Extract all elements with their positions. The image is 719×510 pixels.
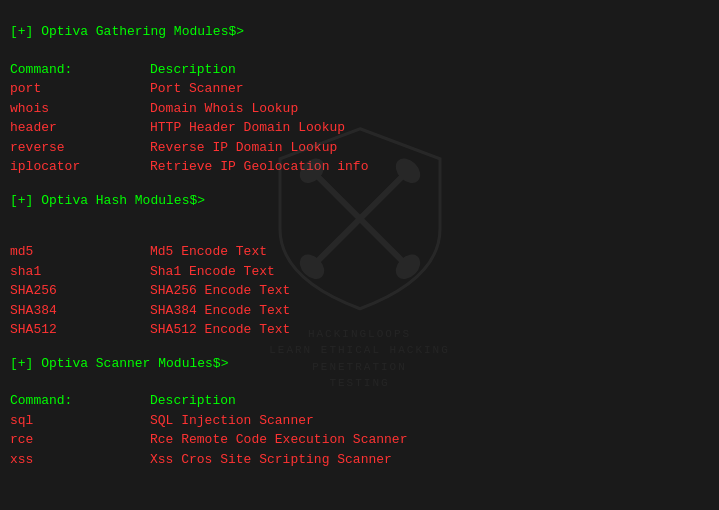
table-row: portPort Scanner <box>10 79 709 99</box>
scanner-col-headers: Command: Description <box>10 391 709 411</box>
cmd-desc: HTTP Header Domain Lookup <box>150 118 345 138</box>
cmd-name: iplocator <box>10 157 150 177</box>
table-row: SHA256SHA256 Encode Text <box>10 281 709 301</box>
table-row: xssXss Cros Site Scripting Scanner <box>10 450 709 470</box>
scanner-col-cmd: Command: <box>10 391 150 411</box>
cmd-name: md5 <box>10 242 150 262</box>
cmd-name: SHA256 <box>10 281 150 301</box>
cmd-name: header <box>10 118 150 138</box>
gathering-col-cmd: Command: <box>10 60 150 80</box>
cmd-desc: Rce Remote Code Execution Scanner <box>150 430 407 450</box>
cmd-name: whois <box>10 99 150 119</box>
table-row: sqlSQL Injection Scanner <box>10 411 709 431</box>
table-row: SHA384SHA384 Encode Text <box>10 301 709 321</box>
cmd-desc: SHA256 Encode Text <box>150 281 290 301</box>
cmd-name: xss <box>10 450 150 470</box>
cmd-desc: Retrieve IP Geolocation info <box>150 157 368 177</box>
table-row: rceRce Remote Code Execution Scanner <box>10 430 709 450</box>
terminal: HACKINGLOOPS LEARN ETHICAL HACKING PENET… <box>0 0 719 510</box>
cmd-name: sql <box>10 411 150 431</box>
cmd-name: rce <box>10 430 150 450</box>
table-row: md5Md5 Encode Text <box>10 242 709 262</box>
cmd-desc: Xss Cros Site Scripting Scanner <box>150 450 392 470</box>
cmd-name: reverse <box>10 138 150 158</box>
cmd-desc: Md5 Encode Text <box>150 242 267 262</box>
gathering-col-desc: Description <box>150 60 236 80</box>
cmd-desc: Sha1 Encode Text <box>150 262 275 282</box>
gathering-commands-list: portPort ScannerwhoisDomain Whois Lookup… <box>10 79 709 177</box>
hash-header: [+] Optiva Hash Modules$> <box>10 191 709 211</box>
hash-commands-list: md5Md5 Encode Textsha1Sha1 Encode TextSH… <box>10 242 709 340</box>
cmd-desc: SHA384 Encode Text <box>150 301 290 321</box>
cmd-desc: Domain Whois Lookup <box>150 99 298 119</box>
scanner-col-desc: Description <box>150 391 236 411</box>
table-row: SHA512SHA512 Encode Text <box>10 320 709 340</box>
cmd-name: port <box>10 79 150 99</box>
cmd-desc: SHA512 Encode Text <box>150 320 290 340</box>
cmd-name: SHA384 <box>10 301 150 321</box>
table-row: sha1Sha1 Encode Text <box>10 262 709 282</box>
cmd-desc: Reverse IP Domain Lookup <box>150 138 337 158</box>
gathering-header: [+] Optiva Gathering Modules$> <box>10 22 709 42</box>
gathering-col-headers: Command: Description <box>10 60 709 80</box>
cmd-name: sha1 <box>10 262 150 282</box>
scanner-header: [+] Optiva Scanner Modules$> <box>10 354 709 374</box>
scanner-commands-list: sqlSQL Injection ScannerrceRce Remote Co… <box>10 411 709 470</box>
table-row: iplocatorRetrieve IP Geolocation info <box>10 157 709 177</box>
cmd-desc: SQL Injection Scanner <box>150 411 314 431</box>
cmd-desc: Port Scanner <box>150 79 244 99</box>
table-row: headerHTTP Header Domain Lookup <box>10 118 709 138</box>
table-row: whoisDomain Whois Lookup <box>10 99 709 119</box>
table-row: reverseReverse IP Domain Lookup <box>10 138 709 158</box>
cmd-name: SHA512 <box>10 320 150 340</box>
